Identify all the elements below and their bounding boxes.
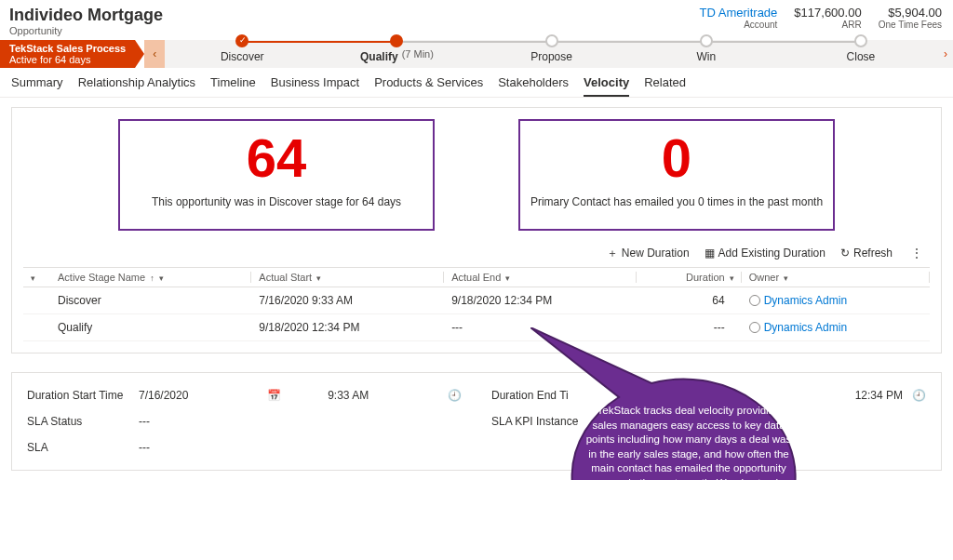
col-actual-start[interactable]: Actual Start ▾ (251, 267, 444, 287)
kpi-arr: $117,600.00 ARR (794, 6, 861, 30)
business-process-flow: TekStack Sales Process Active for 64 day… (0, 40, 953, 68)
calendar-icon[interactable]: 📅 (267, 389, 281, 402)
field-sla-kpi-instance[interactable]: SLA KPI Instance (491, 408, 926, 434)
stage-dot-icon (700, 34, 713, 47)
form-col-right: Duration End Ti 12:34 PM 🕘 SLA KPI Insta… (476, 373, 941, 470)
page-header: Individeo Mortgage Opportunity TD Amerit… (0, 0, 953, 40)
tab-stakeholders[interactable]: Stakeholders (498, 75, 569, 97)
bpf-stages: Discover Qualify (7 Min) Propose Win Clo… (165, 40, 938, 68)
cell-start: 7/16/2020 9:33 AM (251, 287, 444, 313)
duration-grid: ▾ Active Stage Name ↑ ▾ Actual Start ▾ A… (23, 267, 930, 341)
stage-propose[interactable]: Propose (475, 40, 629, 68)
tab-products-services[interactable]: Products & Services (374, 75, 483, 97)
table-row[interactable]: Discover 7/16/2020 9:33 AM 9/18/2020 12:… (23, 287, 930, 313)
chevron-down-icon: ▾ (31, 273, 35, 283)
cell-stage: Discover (50, 287, 251, 313)
cell-stage: Qualify (50, 313, 251, 340)
kpi-onetime: $5,904.00 One Time Fees (879, 6, 942, 30)
link-icon: ▦ (705, 247, 715, 260)
kpi-account[interactable]: TD Ameritrade Account (700, 6, 778, 30)
field-duration-start-time[interactable]: Duration Start Time 7/16/2020 📅 9:33 AM … (27, 382, 462, 408)
card-days-in-discover: 64 This opportunity was in Discover stag… (118, 119, 435, 231)
field-duration-end-time[interactable]: Duration End Ti 12:34 PM 🕘 (491, 382, 926, 408)
header-kpis: TD Ameritrade Account $117,600.00 ARR $5… (700, 6, 942, 30)
card-contact-emails: 0 Primary Contact has emailed you 0 time… (518, 119, 835, 231)
card-value: 0 (528, 128, 825, 188)
bpf-progress-line (242, 41, 396, 43)
tab-summary[interactable]: Summary (11, 75, 63, 97)
velocity-cards: 64 This opportunity was in Discover stag… (23, 119, 930, 242)
cell-duration: --- (637, 313, 742, 340)
form-tabs: Summary Relationship Analytics Timeline … (0, 68, 953, 98)
clock-icon[interactable]: 🕘 (912, 389, 926, 402)
bpf-collapse-button[interactable]: ‹ (144, 40, 165, 68)
card-value: 64 (128, 128, 425, 188)
tab-business-impact[interactable]: Business Impact (271, 75, 359, 97)
stage-qualify[interactable]: Qualify (7 Min) (319, 40, 474, 68)
tab-content: 64 This opportunity was in Discover stag… (0, 98, 953, 480)
record-title: Individeo Mortgage (9, 6, 163, 25)
tab-relationship-analytics[interactable]: Relationship Analytics (78, 75, 195, 97)
cell-start: 9/18/2020 12:34 PM (251, 313, 444, 340)
header-title-block: Individeo Mortgage Opportunity (9, 6, 163, 36)
chevron-down-icon: ▾ (730, 273, 734, 283)
card-caption: Primary Contact has emailed you 0 times … (528, 195, 825, 208)
col-actual-end[interactable]: Actual End ▾ (444, 267, 637, 287)
record-entity: Opportunity (9, 25, 163, 36)
stage-close[interactable]: Close (784, 40, 938, 68)
stage-dot-icon (854, 34, 867, 47)
cell-owner[interactable]: Dynamics Admin (742, 313, 930, 340)
chevron-right-icon: › (944, 47, 947, 60)
grid-toolbar: ＋ New Duration ▦ Add Existing Duration ↻… (23, 242, 930, 267)
chevron-down-icon: ▾ (159, 273, 164, 283)
col-duration[interactable]: Duration ▾ (637, 267, 742, 287)
chevron-down-icon: ▾ (316, 273, 321, 283)
tab-velocity[interactable]: Velocity (584, 75, 629, 97)
clock-icon[interactable]: 🕘 (448, 389, 462, 402)
col-owner[interactable]: Owner ▾ (742, 267, 930, 287)
user-circle-icon (749, 322, 760, 333)
refresh-button[interactable]: ↻ Refresh (840, 247, 893, 260)
col-select[interactable]: ▾ (23, 267, 50, 287)
chevron-down-icon: ▾ (784, 273, 788, 283)
form-col-left: Duration Start Time 7/16/2020 📅 9:33 AM … (12, 373, 476, 470)
cell-end: --- (444, 313, 637, 340)
sort-asc-icon: ↑ (150, 273, 154, 283)
field-sla[interactable]: SLA --- (27, 434, 462, 460)
cell-owner[interactable]: Dynamics Admin (742, 287, 930, 313)
chevron-down-icon: ▾ (505, 273, 510, 283)
stage-discover[interactable]: Discover (165, 40, 319, 68)
refresh-icon: ↻ (840, 247, 850, 260)
plus-icon: ＋ (607, 246, 618, 261)
stage-dot-icon (545, 34, 558, 47)
chevron-left-icon: ‹ (153, 47, 156, 60)
duration-form: Duration Start Time 7/16/2020 📅 9:33 AM … (11, 372, 942, 471)
bpf-badge[interactable]: TekStack Sales Process Active for 64 day… (0, 40, 135, 68)
field-sla-status[interactable]: SLA Status --- (27, 408, 462, 434)
tab-related[interactable]: Related (644, 75, 686, 97)
tab-timeline[interactable]: Timeline (210, 75, 256, 97)
stage-win[interactable]: Win (629, 40, 784, 68)
col-active-stage-name[interactable]: Active Stage Name ↑ ▾ (50, 267, 251, 287)
grid-more-button[interactable]: ⋮ (907, 247, 926, 260)
new-duration-button[interactable]: ＋ New Duration (607, 246, 690, 261)
user-circle-icon (749, 295, 760, 306)
table-row[interactable]: Qualify 9/18/2020 12:34 PM --- --- Dynam… (23, 313, 930, 340)
bpf-next-button[interactable]: › (938, 40, 953, 68)
cell-duration: 64 (637, 287, 742, 313)
velocity-panel: 64 This opportunity was in Discover stag… (11, 107, 942, 353)
add-existing-duration-button[interactable]: ▦ Add Existing Duration (705, 247, 825, 260)
cell-end: 9/18/2020 12:34 PM (444, 287, 637, 313)
more-vertical-icon: ⋮ (911, 247, 922, 260)
card-caption: This opportunity was in Discover stage f… (128, 195, 425, 208)
